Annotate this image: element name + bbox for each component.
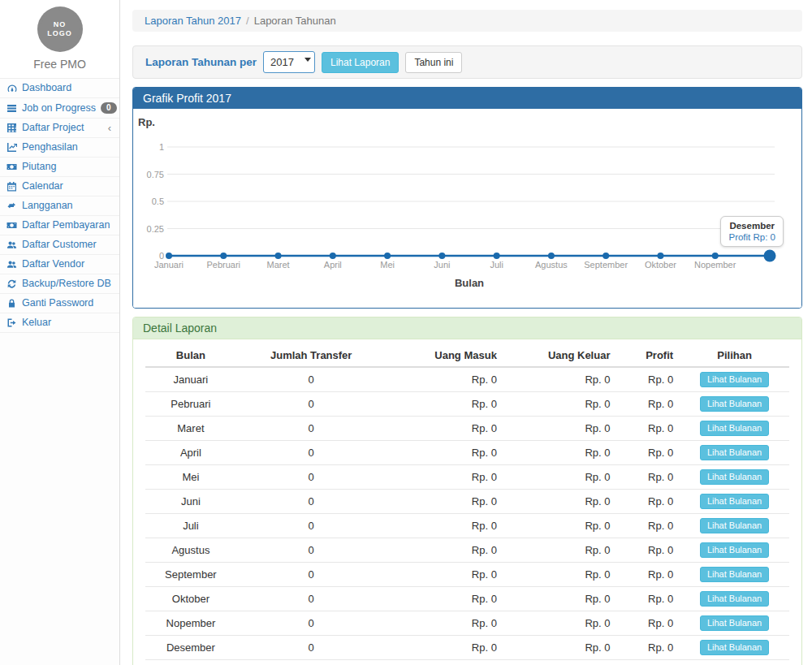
view-monthly-button[interactable]: Lihat Bulanan (700, 640, 769, 655)
data-point (220, 253, 227, 259)
cell-pilihan: Lihat Bulanan (680, 563, 789, 587)
sidebar-link-daftar-customer[interactable]: Daftar Customer (0, 235, 119, 254)
cell-jumlah_transfer: 0 (236, 392, 387, 417)
sidebar-link-langganan[interactable]: Langganan (0, 196, 119, 215)
sidebar-link-daftar-pembayaran[interactable]: Daftar Pembayaran (0, 216, 119, 235)
sidebar-link-penghasilan[interactable]: Penghasilan (0, 138, 119, 157)
cell-bulan: Agustus (145, 538, 236, 563)
view-monthly-button[interactable]: Lihat Bulanan (700, 542, 769, 558)
cell-uang_masuk: Rp. 0 (387, 563, 503, 587)
cell-jumlah_transfer: 0 (236, 441, 387, 465)
view-monthly-button[interactable]: Lihat Bulanan (700, 396, 769, 412)
cell-jumlah_transfer: 0 (236, 611, 387, 636)
sidebar-item-label: Keluar (22, 317, 113, 328)
sidebar-link-keluar[interactable]: Keluar (0, 313, 119, 332)
year-select[interactable]: 2017 (263, 51, 315, 73)
report-filter-bar: Laporan Tahunan per 2017 Lihat Laporan T… (132, 45, 802, 79)
cell-uang_masuk: Rp. 0 (387, 392, 503, 417)
cell-uang_masuk: Rp. 0 (387, 587, 503, 611)
this-year-button[interactable]: Tahun ini (405, 52, 462, 73)
data-point (166, 253, 172, 259)
cell-pilihan: Lihat Bulanan (680, 367, 789, 392)
sidebar-link-calendar[interactable]: Calendar (0, 177, 119, 196)
sidebar-item-label: Calendar (22, 181, 113, 192)
tasks-icon (6, 103, 17, 114)
cell-profit: Rp. 0 (616, 490, 680, 514)
cell-profit: Rp. 0 (616, 465, 680, 490)
sidebar-link-piutang[interactable]: Piutang (0, 158, 119, 176)
table-row: April0Rp. 0Rp. 0Rp. 0Lihat Bulanan (145, 441, 789, 465)
sidebar-link-dashboard[interactable]: Dashboard (0, 79, 119, 97)
table-row: Desember0Rp. 0Rp. 0Rp. 0Lihat Bulanan (145, 636, 789, 660)
logo-line1: NO (54, 20, 67, 29)
cell-uang_keluar: Rp. 0 (503, 660, 617, 665)
cell-profit: Rp. 0 (616, 417, 680, 441)
x-tick-label: Mei (380, 260, 395, 270)
view-monthly-button[interactable]: Lihat Bulanan (700, 615, 769, 631)
breadcrumb-link-laporan-tahun[interactable]: Laporan Tahun 2017 (145, 15, 241, 27)
view-monthly-button[interactable]: Lihat Bulanan (700, 591, 769, 607)
cell-uang_masuk: Rp. 0 (387, 465, 503, 490)
cell-bulan: Oktober (145, 587, 236, 611)
cell-pilihan: Lihat Bulanan (680, 417, 789, 441)
sidebar-item-label: Daftar Customer (22, 240, 113, 250)
cell-profit: Rp. 0 (616, 367, 680, 392)
cell-profit: Rp. 0 (616, 563, 680, 587)
view-monthly-button[interactable]: Lihat Bulanan (700, 567, 769, 582)
table-row: Juli0Rp. 0Rp. 0Rp. 0Lihat Bulanan (145, 514, 789, 538)
view-monthly-button[interactable]: Lihat Bulanan (700, 469, 769, 485)
x-axis-label: Bulan (455, 277, 484, 289)
cell-profit: Rp. 0 (616, 636, 680, 660)
sidebar-item-calendar: Calendar (0, 177, 119, 196)
sidebar-link-daftar-project[interactable]: Daftar Project‹ (0, 119, 119, 137)
sidebar-item-label: Daftar Project (22, 123, 103, 133)
x-tick-label: Agustus (535, 260, 568, 270)
view-monthly-button[interactable]: Lihat Bulanan (700, 494, 769, 509)
cell-pilihan: Lihat Bulanan (680, 465, 789, 490)
sidebar-link-daftar-vendor[interactable]: Daftar Vendor (0, 255, 119, 274)
cell-pilihan: Lihat Bulanan (680, 514, 789, 538)
cell-bulan: Desember (145, 636, 236, 660)
cell-uang_keluar: Rp. 0 (503, 611, 617, 636)
cell-pilihan: Lihat Bulanan (680, 538, 789, 563)
refresh-icon (6, 279, 17, 289)
cell-uang_masuk: Rp. 0 (387, 538, 503, 563)
chart-panel-title: Grafik Profit 2017 (133, 88, 801, 109)
view-monthly-button[interactable]: Lihat Bulanan (700, 518, 769, 533)
sidebar-item-label: Job on Progress (22, 103, 96, 114)
y-tick-label: 0.25 (147, 224, 164, 234)
cell-uang_masuk: Rp. 0 (387, 660, 503, 665)
cell-pilihan: Lihat Bulanan (680, 392, 789, 417)
profit-chart-panel: Grafik Profit 2017 Rp.10.750.50.250Janua… (132, 87, 802, 309)
y-tick-label: 0.75 (147, 170, 164, 179)
cell-bulan: Mei (145, 465, 236, 490)
cell-profit: Rp. 0 (616, 538, 680, 563)
data-point (330, 253, 336, 259)
data-point (712, 253, 719, 259)
sidebar-link-job-on-progress[interactable]: Job on Progress0 (0, 98, 119, 118)
view-monthly-button[interactable]: Lihat Bulanan (700, 421, 769, 436)
sidebar-item-label: Langganan (22, 201, 113, 211)
table-row: Agustus0Rp. 0Rp. 0Rp. 0Lihat Bulanan (145, 538, 789, 563)
total-row: Total0Rp. 0Rp. 0Rp. 0 (145, 660, 789, 665)
cell-profit: Rp. 0 (616, 587, 680, 611)
view-report-button[interactable]: Lihat Laporan (322, 52, 399, 73)
cell-pilihan: Lihat Bulanan (680, 611, 789, 636)
sidebar-link-backup-restore-db[interactable]: Backup/Restore DB (0, 274, 119, 293)
y-axis-unit-label: Rp. (138, 116, 155, 128)
data-point (275, 253, 282, 259)
x-tick-label: Juli (490, 260, 503, 270)
view-monthly-button[interactable]: Lihat Bulanan (700, 372, 769, 387)
sidebar-link-ganti-password[interactable]: Ganti Password (0, 294, 119, 313)
cell-jumlah_transfer: 0 (236, 587, 387, 611)
sidebar-item-label: Daftar Vendor (22, 259, 113, 270)
view-monthly-button[interactable]: Lihat Bulanan (700, 445, 769, 460)
count-badge: 0 (101, 102, 117, 114)
cell-bulan: Juli (145, 514, 236, 538)
sidebar-item-keluar: Keluar (0, 313, 119, 333)
cell-bulan: Juni (145, 490, 236, 514)
x-tick-label: September (584, 260, 628, 270)
sign-out-icon (6, 317, 17, 328)
chart-tooltip-title: Desember (728, 221, 775, 231)
cell-jumlah_transfer: 0 (236, 538, 387, 563)
